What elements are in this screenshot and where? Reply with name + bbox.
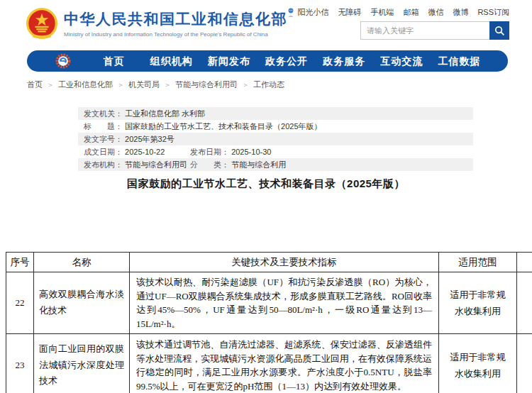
cell-cutoff (517, 272, 532, 334)
cell-scope: 适用于非常规水收集利用 (439, 334, 517, 393)
cell-tech: 该技术以耐热、耐污染超滤膜（UF）和抗污染反渗透膜（RO）为核心，通过UF—RO… (130, 272, 439, 334)
field-value: 2025-10-30 (231, 148, 271, 156)
table-row: 22 高效双膜耦合海水淡化技术 该技术以耐热、耐污染超滤膜（UF）和抗污染反渗透… (6, 272, 532, 334)
cell-scope: 适用于非常规水收集利用 (439, 272, 517, 334)
mascot-icon (287, 8, 295, 18)
nav-item-miit-data[interactable]: 工信数据 (431, 50, 488, 72)
link-sunshine-xiaoxin[interactable]: 阳光小信 (287, 7, 328, 18)
cell-no: 22 (6, 272, 34, 334)
nav-item-gov-disclosure[interactable]: 政务公开 (257, 50, 315, 72)
nav-items: 首页 组织机构 新闻发布 政务公开 政务服务 互动交流 工信数据 (85, 50, 488, 72)
miit-e-logo-icon (55, 53, 71, 69)
nav-item-home[interactable]: 首页 (85, 50, 143, 72)
col-header-tech: 关键技术及主要技术指标 (130, 253, 439, 272)
cell-name: 高效双膜耦合海水淡化技术 (34, 272, 130, 334)
page: 中华人民共和国工业和信息化部 Ministry of Industry and … (0, 0, 532, 393)
search-input[interactable] (360, 21, 489, 40)
field-value: 节能与综合利用司 (125, 160, 187, 169)
breadcrumb-separator: ＞ (117, 80, 124, 90)
doc-info-row-issuing-org: 发文机关： 工业和信息化部 水利部 (78, 107, 473, 120)
breadcrumb: 首页 ＞ 工业和信息化部 ＞ 机关司局 ＞ 节能与综合利用司 ＞ 工作动态 (27, 79, 284, 90)
breadcrumb-departments[interactable]: 机关司局 (128, 79, 160, 90)
site-logo[interactable]: 中华人民共和国工业和信息化部 Ministry of Industry and … (26, 7, 287, 40)
col-header-scope: 适用范围 (439, 253, 517, 272)
field-value: 工业和信息化部 水利部 (125, 109, 205, 118)
field-label: 标 题： (84, 122, 123, 131)
table-row: 23 面向工业回用的双膜法城镇污水深度处理技术 该技术通过调节池、自清洗过滤器、… (6, 334, 532, 393)
nav-item-news[interactable]: 新闻发布 (200, 50, 257, 72)
breadcrumb-separator: ＞ (47, 80, 54, 90)
breadcrumb-energy-dept[interactable]: 节能与综合利用司 (175, 79, 238, 90)
cell-tech: 该技术通过调节池、自清洗过滤器、超滤系统、保安过滤器、反渗透组件等水处理流程，实… (130, 334, 439, 393)
doc-info-panel: 发文机关： 工业和信息化部 水利部 标 题： 国家鼓励的工业节水工艺、技术和装备… (78, 107, 473, 171)
site-title: 中华人民共和国工业和信息化部 (64, 9, 287, 29)
breadcrumb-separator: ＞ (164, 80, 171, 90)
nav-item-interaction[interactable]: 互动交流 (373, 50, 431, 72)
field-value: 国家鼓励的工业节水工艺、技术和装备目录（2025年版） (125, 122, 321, 131)
link-label: 阳光小信 (297, 7, 328, 18)
field-value: 2025-10-22 (125, 148, 165, 156)
page-title: 国家鼓励的工业节水工艺、技术和装备目录（2025年版） (0, 177, 532, 191)
top-links: 阳光小信 无障碍 手机端 邮箱 微信 微博 RSS订阅 (287, 7, 509, 18)
link-rss[interactable]: RSS订阅 (477, 7, 509, 18)
col-header-cutoff (517, 253, 532, 272)
doc-info-row-title: 标 题： 国家鼓励的工业节水工艺、技术和装备目录（2025年版） (78, 120, 473, 133)
nav-item-organization[interactable]: 组织机构 (143, 50, 200, 72)
link-weibo[interactable]: 微博 (453, 7, 468, 18)
nav-item-gov-services[interactable]: 政务服务 (316, 50, 373, 72)
link-mail[interactable]: 邮箱 (403, 7, 419, 18)
doc-info-row-doc-number: 发文字号： 2025年第32号 (78, 133, 473, 145)
cell-name: 面向工业回用的双膜法城镇污水深度处理技术 (34, 334, 130, 393)
link-mobile[interactable]: 手机端 (370, 7, 394, 18)
cell-no: 23 (6, 334, 34, 393)
field-label: 分 类： (190, 160, 229, 169)
field-label: 成文日期： (84, 148, 123, 156)
col-header-no: 序号 (6, 253, 34, 272)
doc-info-row-publisher: 发布机构： 节能与综合利用司 分 类： 节能与综合利用 (78, 158, 473, 171)
link-wechat[interactable]: 微信 (428, 7, 443, 18)
field-label: 发文机关： (84, 109, 123, 118)
field-label: 发文字号： (84, 135, 123, 143)
field-value: 2025年第32号 (125, 135, 174, 143)
table-header-row: 序号 名称 关键技术及主要技术指标 适用范围 (6, 253, 532, 272)
breadcrumb-miit[interactable]: 工业和信息化部 (58, 79, 113, 90)
search-button[interactable] (489, 21, 509, 40)
field-value: 节能与综合利用 (231, 160, 286, 169)
site-subtitle: Ministry of Industry and Information Tec… (64, 31, 287, 38)
breadcrumb-work-news[interactable]: 工作动态 (253, 79, 284, 90)
catalogue-table: 序号 名称 关键技术及主要技术指标 适用范围 22 高效双膜耦合海水淡化技术 该… (6, 252, 532, 393)
cell-cutoff (517, 334, 532, 393)
col-header-name: 名称 (34, 253, 130, 272)
field-label: 发布机构： (84, 160, 123, 169)
field-label: 发布日期： (190, 148, 229, 156)
doc-info-row-dates: 成文日期： 2025-10-22 发布日期： 2025-10-30 (78, 145, 473, 158)
main-nav: 首页 组织机构 新闻发布 政务公开 政务服务 互动交流 工信数据 (27, 50, 508, 72)
breadcrumb-separator: ＞ (242, 80, 249, 90)
link-accessibility[interactable]: 无障碍 (338, 7, 361, 18)
search-icon (494, 26, 505, 36)
breadcrumb-home[interactable]: 首页 (27, 79, 43, 90)
search-box (360, 21, 509, 40)
national-emblem-icon (26, 7, 58, 40)
